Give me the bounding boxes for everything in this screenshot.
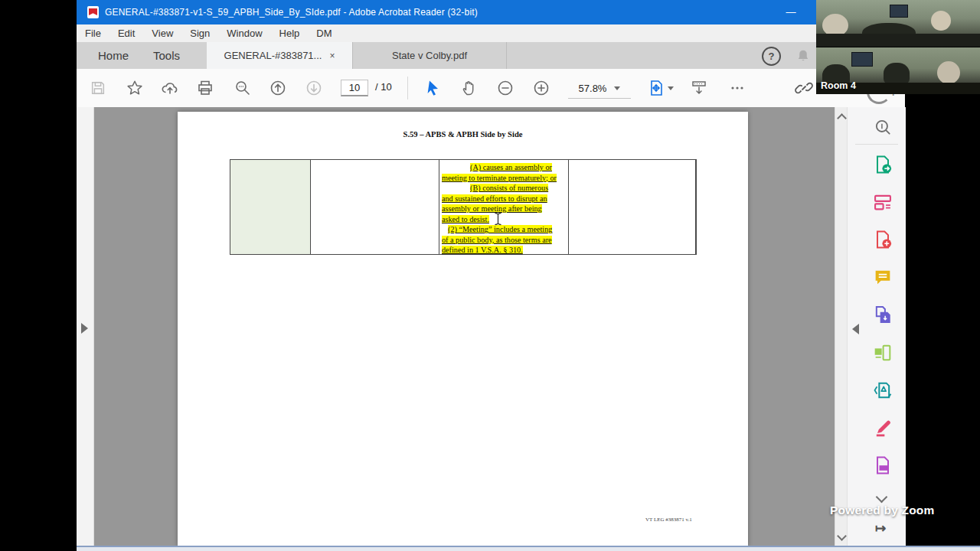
menu-file[interactable]: File (77, 28, 109, 39)
share-cloud-icon[interactable] (161, 79, 179, 97)
previous-page-icon[interactable] (269, 79, 287, 97)
zoom-level-value: 57.8% (579, 83, 607, 94)
collapse-tools-panel-icon[interactable] (852, 324, 859, 334)
scroll-up-icon[interactable] (837, 113, 847, 123)
tools-panel: ↦ (847, 107, 906, 546)
fit-page-icon[interactable] (645, 79, 675, 97)
zoom-video-panel: Room 4 (816, 0, 980, 93)
scroll-mode-icon[interactable] (690, 79, 708, 97)
share-link-icon[interactable] (795, 79, 813, 97)
select-tool-icon[interactable] (424, 79, 443, 97)
text-line: meeting to terminate prematurely; or (442, 173, 566, 184)
screen: GENERAL-#383871-v1-S_59_APBH_Side_By_SId… (0, 0, 980, 551)
panel-divider (855, 144, 898, 145)
person-silhouette (931, 11, 951, 31)
save-icon[interactable] (89, 79, 107, 97)
menu-dm[interactable]: DM (308, 28, 340, 39)
tab-close-icon[interactable]: × (329, 51, 335, 61)
expand-nav-pane-icon[interactable] (81, 323, 88, 334)
table-cell-green (230, 160, 311, 254)
chevron-down-icon (668, 86, 674, 90)
text-line: asked to desist. (442, 214, 566, 225)
more-tools-icon[interactable] (728, 79, 746, 97)
text-line: (2) “Meeting” includes a meeting (442, 224, 566, 235)
page-number-box (341, 80, 368, 96)
toolbar: / 10 57.8% (77, 69, 905, 108)
tab-document-state-v-colby-label: State v Colby.pdf (392, 50, 467, 61)
send-document-icon[interactable] (872, 455, 893, 476)
tab-bar: Home Tools GENERAL-#383871... × State v … (77, 42, 905, 69)
text-line: and sustained efforts to disrupt an (442, 194, 566, 204)
table-cell-highlighted-text: (A) causes an assembly or meeting to ter… (439, 160, 569, 254)
page-footer-text: VT LEG #383871 v.1 (645, 517, 692, 523)
text-cursor-ibeam (495, 212, 501, 226)
text-line: of a public body, as those terms are (442, 235, 566, 246)
tab-tools[interactable]: Tools (153, 42, 180, 69)
powered-by-zoom-label: Powered by Zoom (830, 504, 935, 517)
search-document-icon[interactable] (872, 116, 893, 138)
star-favorite-icon[interactable] (126, 79, 144, 97)
next-page-icon[interactable] (305, 79, 323, 97)
combine-files-icon[interactable] (872, 304, 893, 325)
window-bottom-edge (77, 546, 980, 551)
tab-document-general[interactable]: GENERAL-#383871... × (207, 42, 352, 69)
chevron-down-icon (614, 86, 620, 90)
text-line: assembly or meeting after being (442, 204, 566, 214)
table-cell-empty-1 (311, 160, 439, 254)
table-cell-empty-2 (569, 160, 696, 254)
person-silhouette (937, 61, 960, 84)
title-bar: GENERAL-#383871-v1-S_59_APBH_Side_By_SId… (77, 0, 905, 24)
menu-bar: File Edit View Sign Window Help DM (77, 24, 905, 42)
tab-home[interactable]: Home (98, 42, 129, 69)
more-tools-chevron-icon[interactable] (876, 491, 888, 504)
tab-document-general-label: GENERAL-#383871... (224, 50, 322, 61)
menu-window[interactable]: Window (218, 28, 270, 39)
desk-silhouette (816, 34, 980, 47)
acrobat-window: GENERAL-#383871-v1-S_59_APBH_Side_By_SId… (77, 0, 905, 546)
compress-pdf-icon[interactable] (872, 380, 893, 401)
create-pdf-icon[interactable] (872, 229, 893, 250)
tv-screen (851, 52, 873, 67)
zoom-out-icon[interactable] (496, 79, 514, 97)
room-label: Room 4 (821, 80, 856, 91)
scroll-down-icon[interactable] (837, 531, 847, 541)
pdf-file-icon (87, 6, 99, 18)
notification-bell-icon[interactable] (795, 47, 812, 67)
zoom-level-control[interactable]: 57.8% (568, 78, 631, 99)
minimize-button[interactable]: — (779, 0, 802, 23)
webcam-feed-1[interactable] (816, 0, 980, 47)
hand-tool-icon[interactable] (460, 79, 479, 97)
menu-view[interactable]: View (143, 28, 181, 39)
page-total-label: / 10 (375, 81, 392, 93)
side-by-side-table: (A) causes an assembly or meeting to ter… (230, 159, 697, 255)
webcam-feed-2[interactable]: Room 4 (816, 47, 980, 94)
find-icon[interactable] (234, 79, 252, 97)
export-pdf-icon[interactable] (872, 154, 893, 175)
menu-sign[interactable]: Sign (181, 28, 218, 39)
page-number-input[interactable] (341, 80, 368, 96)
vertical-scrollbar[interactable] (835, 107, 848, 546)
document-area: S.59 – APBS & APBH Side by Side (A) caus… (77, 107, 905, 546)
menu-help[interactable]: Help (271, 28, 309, 39)
zoom-in-icon[interactable] (532, 79, 550, 97)
tab-document-state-v-colby[interactable]: State v Colby.pdf (352, 42, 507, 69)
help-icon[interactable]: ? (762, 47, 781, 66)
wall-picture (890, 5, 908, 18)
page-heading: S.59 – APBS & APBH Side by Side (178, 130, 748, 139)
fill-and-sign-icon[interactable] (872, 417, 893, 439)
window-title: GENERAL-#383871-v1-S_59_APBH_Side_By_SId… (105, 7, 478, 18)
comment-icon[interactable] (872, 266, 893, 288)
organize-pages-icon[interactable] (872, 342, 893, 364)
expand-tools-panel-icon[interactable]: ↦ (875, 520, 886, 536)
print-icon[interactable] (196, 79, 214, 97)
text-line: (A) causes an assembly or (442, 162, 566, 173)
pdf-page: S.59 – APBS & APBH Side by Side (A) caus… (178, 112, 748, 546)
edit-pdf-icon[interactable] (872, 191, 893, 213)
toolbar-divider (407, 77, 408, 99)
menu-edit[interactable]: Edit (109, 28, 143, 39)
text-line: (B) consists of numerous (442, 183, 566, 194)
text-line: defined in 1 V.S.A. § 310. (442, 245, 566, 256)
navigation-pane-strip (77, 107, 94, 546)
